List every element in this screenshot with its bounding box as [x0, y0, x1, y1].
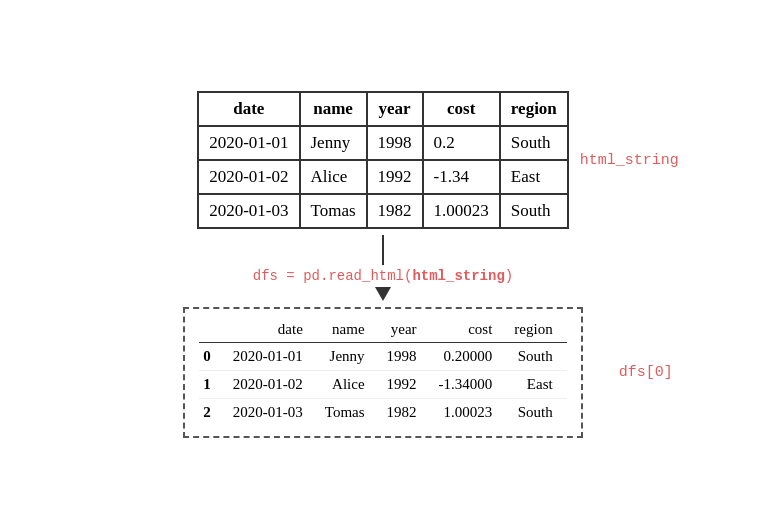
- top-table-cell: 0.2: [423, 126, 500, 160]
- top-table-cell: 2020-01-01: [198, 126, 299, 160]
- df-table-row: 22020-01-03Tomas19821.00023South: [199, 398, 566, 426]
- top-table-header: name: [300, 92, 367, 126]
- arrow-code: dfs = pd.read_html(html_string): [253, 268, 513, 284]
- top-table-cell: 1992: [367, 160, 423, 194]
- df-table-cell: -1.34000: [431, 370, 507, 398]
- df-wrapper: datenameyearcostregion 02020-01-01Jenny1…: [183, 307, 582, 438]
- df-table-cell: 2: [199, 398, 225, 426]
- df-table-cell: 1.00023: [431, 398, 507, 426]
- top-table-row: 2020-01-01Jenny19980.2South: [198, 126, 568, 160]
- df-table-cell: South: [506, 342, 566, 370]
- top-table-cell: 2020-01-03: [198, 194, 299, 228]
- main-container: datenameyearcostregion 2020-01-01Jenny19…: [33, 91, 733, 438]
- html-table-wrapper: datenameyearcostregion 2020-01-01Jenny19…: [197, 91, 569, 229]
- top-table-cell: -1.34: [423, 160, 500, 194]
- top-table-cell: Alice: [300, 160, 367, 194]
- df-table-header: year: [379, 317, 431, 343]
- df-table-header: cost: [431, 317, 507, 343]
- df-table-cell: Tomas: [317, 398, 379, 426]
- df-table-cell: 2020-01-02: [225, 370, 317, 398]
- top-table-cell: South: [500, 126, 568, 160]
- df-table-cell: South: [506, 398, 566, 426]
- dataframe-table: datenameyearcostregion 02020-01-01Jenny1…: [199, 317, 566, 426]
- code-suffix: ): [505, 268, 513, 284]
- code-highlight: html_string: [412, 268, 504, 284]
- df-table-cell: East: [506, 370, 566, 398]
- top-table-cell: 1.00023: [423, 194, 500, 228]
- arrow-line-top: [382, 235, 384, 265]
- top-table-cell: South: [500, 194, 568, 228]
- top-table-cell: 2020-01-02: [198, 160, 299, 194]
- df-table-cell: Jenny: [317, 342, 379, 370]
- top-table-cell: East: [500, 160, 568, 194]
- df-table-cell: 1982: [379, 398, 431, 426]
- top-table-cell: Jenny: [300, 126, 367, 160]
- code-prefix: dfs = pd.read_html(: [253, 268, 413, 284]
- df-table-cell: Alice: [317, 370, 379, 398]
- top-table-row: 2020-01-03Tomas19821.00023South: [198, 194, 568, 228]
- arrow-head: [375, 287, 391, 301]
- df-table-header: region: [506, 317, 566, 343]
- top-table-header: date: [198, 92, 299, 126]
- df-table-row: 12020-01-02Alice1992-1.34000East: [199, 370, 566, 398]
- df-table-cell: 1998: [379, 342, 431, 370]
- df-table-cell: 2020-01-03: [225, 398, 317, 426]
- html-source-table: datenameyearcostregion 2020-01-01Jenny19…: [197, 91, 569, 229]
- df-table-header: date: [225, 317, 317, 343]
- html-string-label: html_string: [580, 151, 679, 168]
- df-table-header: name: [317, 317, 379, 343]
- dfs-label: dfs[0]: [619, 364, 673, 381]
- df-table-cell: 1: [199, 370, 225, 398]
- df-table-cell: 2020-01-01: [225, 342, 317, 370]
- top-table-header: region: [500, 92, 568, 126]
- df-table-cell: 0: [199, 342, 225, 370]
- top-table-cell: 1982: [367, 194, 423, 228]
- top-table-cell: Tomas: [300, 194, 367, 228]
- arrow-section: dfs = pd.read_html(html_string): [253, 235, 513, 301]
- df-table-header: [199, 317, 225, 343]
- top-table-cell: 1998: [367, 126, 423, 160]
- top-table-header: year: [367, 92, 423, 126]
- top-table-row: 2020-01-02Alice1992-1.34East: [198, 160, 568, 194]
- df-table-row: 02020-01-01Jenny19980.20000South: [199, 342, 566, 370]
- df-table-cell: 1992: [379, 370, 431, 398]
- df-table-container: datenameyearcostregion 02020-01-01Jenny1…: [183, 307, 582, 438]
- df-table-cell: 0.20000: [431, 342, 507, 370]
- top-table-header: cost: [423, 92, 500, 126]
